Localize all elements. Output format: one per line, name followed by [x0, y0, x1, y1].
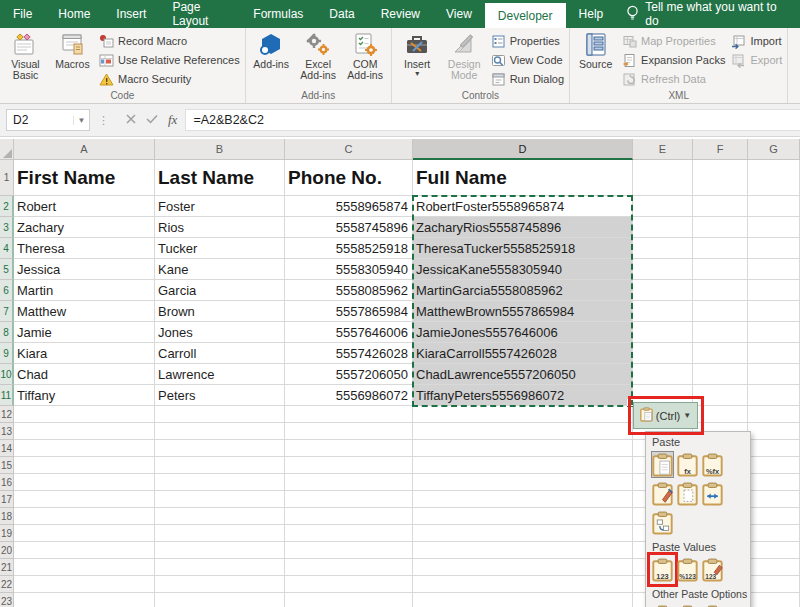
cell-F2[interactable]	[693, 196, 748, 217]
cell-A11[interactable]: Tiffany	[14, 385, 155, 406]
cell-C4[interactable]: 5558525918	[285, 238, 413, 259]
cell-C12[interactable]	[285, 406, 413, 423]
com-add-ins-button[interactable]: COM Add-ins	[342, 29, 389, 89]
paste-formulas-icon[interactable]: fx	[676, 451, 699, 478]
row-header-11[interactable]: 11	[0, 385, 14, 406]
cell-A14[interactable]	[14, 440, 155, 457]
cell-D5[interactable]: JessicaKane5558305940	[413, 259, 633, 280]
cell-B16[interactable]	[155, 474, 285, 491]
cell-G16[interactable]	[748, 474, 800, 491]
cell-C2[interactable]: 5558965874	[285, 196, 413, 217]
cell-C16[interactable]	[285, 474, 413, 491]
cell-A13[interactable]	[14, 423, 155, 440]
row-header-8[interactable]: 8	[0, 322, 14, 343]
tab-home[interactable]: Home	[45, 0, 103, 28]
add-ins-button[interactable]: Add-ins	[248, 29, 295, 89]
cell-B8[interactable]: Jones	[155, 322, 285, 343]
cell-D23[interactable]	[413, 593, 633, 607]
cell-B23[interactable]	[155, 593, 285, 607]
cell-C20[interactable]	[285, 542, 413, 559]
cell-C5[interactable]: 5558305940	[285, 259, 413, 280]
cell-B11[interactable]: Peters	[155, 385, 285, 406]
cell-B15[interactable]	[155, 457, 285, 474]
cell-A20[interactable]	[14, 542, 155, 559]
view-code-button[interactable]: View Code	[488, 52, 567, 68]
cell-B22[interactable]	[155, 576, 285, 593]
cell-A21[interactable]	[14, 559, 155, 576]
cell-E5[interactable]	[633, 259, 693, 280]
cell-B6[interactable]: Garcia	[155, 280, 285, 301]
cell-D19[interactable]	[413, 525, 633, 542]
row-header-23[interactable]: 23	[0, 593, 14, 607]
cell-C1[interactable]: Phone No.	[285, 160, 413, 196]
cell-E2[interactable]	[633, 196, 693, 217]
cell-D22[interactable]	[413, 576, 633, 593]
cell-C3[interactable]: 5558745896	[285, 217, 413, 238]
cell-B2[interactable]: Foster	[155, 196, 285, 217]
insert-function-icon[interactable]: fx	[168, 112, 177, 128]
paste-keep-source-formatting-icon[interactable]	[651, 480, 674, 507]
cell-B1[interactable]: Last Name	[155, 160, 285, 196]
cell-D7[interactable]: MatthewBrown5557865984	[413, 301, 633, 322]
cell-D3[interactable]: ZacharyRios5558745896	[413, 217, 633, 238]
cell-B9[interactable]: Carroll	[155, 343, 285, 364]
cell-A17[interactable]	[14, 491, 155, 508]
name-box[interactable]: D2 ▼	[6, 109, 90, 131]
column-header-d[interactable]: D	[413, 139, 633, 160]
cell-B19[interactable]	[155, 525, 285, 542]
cell-D15[interactable]	[413, 457, 633, 474]
paste-no-borders-icon[interactable]	[676, 480, 699, 507]
row-header-7[interactable]: 7	[0, 301, 14, 322]
cell-B4[interactable]: Tucker	[155, 238, 285, 259]
row-header-19[interactable]: 19	[0, 525, 14, 542]
import-button[interactable]: Import	[728, 33, 785, 49]
excel-add-ins-button[interactable]: Excel Add-ins	[295, 29, 342, 89]
cell-F1[interactable]	[693, 160, 748, 196]
tab-developer[interactable]: Developer	[485, 3, 566, 28]
cell-D8[interactable]: JamieJones5557646006	[413, 322, 633, 343]
cell-C10[interactable]: 5557206050	[285, 364, 413, 385]
cell-G10[interactable]	[748, 364, 800, 385]
cell-F11[interactable]	[693, 385, 748, 406]
cell-B13[interactable]	[155, 423, 285, 440]
cell-G23[interactable]	[748, 593, 800, 607]
cell-C21[interactable]	[285, 559, 413, 576]
cell-B14[interactable]	[155, 440, 285, 457]
cell-E10[interactable]	[633, 364, 693, 385]
cell-E8[interactable]	[633, 322, 693, 343]
row-header-14[interactable]: 14	[0, 440, 14, 457]
cell-A16[interactable]	[14, 474, 155, 491]
cell-A4[interactable]: Theresa	[14, 238, 155, 259]
column-header-b[interactable]: B	[155, 139, 285, 160]
cell-C18[interactable]	[285, 508, 413, 525]
cell-E4[interactable]	[633, 238, 693, 259]
cell-B18[interactable]	[155, 508, 285, 525]
cell-G9[interactable]	[748, 343, 800, 364]
cell-G3[interactable]	[748, 217, 800, 238]
row-header-1[interactable]: 1	[0, 160, 14, 196]
record-macro-button[interactable]: Record Macro	[96, 33, 243, 49]
row-header-17[interactable]: 17	[0, 491, 14, 508]
cell-G7[interactable]	[748, 301, 800, 322]
cell-D2[interactable]: RobertFoster5558965874	[413, 196, 633, 217]
row-header-22[interactable]: 22	[0, 576, 14, 593]
cell-D14[interactable]	[413, 440, 633, 457]
cell-A1[interactable]: First Name	[14, 160, 155, 196]
tell-me-box[interactable]: Tell me what you want to do	[616, 0, 800, 28]
tab-view[interactable]: View	[433, 0, 485, 28]
cell-G17[interactable]	[748, 491, 800, 508]
cell-C14[interactable]	[285, 440, 413, 457]
cell-A3[interactable]: Zachary	[14, 217, 155, 238]
cell-C22[interactable]	[285, 576, 413, 593]
cell-C8[interactable]: 5557646006	[285, 322, 413, 343]
source-button[interactable]: Source	[572, 29, 619, 89]
cell-B5[interactable]: Kane	[155, 259, 285, 280]
cell-F7[interactable]	[693, 301, 748, 322]
cell-B21[interactable]	[155, 559, 285, 576]
enter-icon[interactable]	[146, 113, 158, 127]
cell-C7[interactable]: 5557865984	[285, 301, 413, 322]
cell-D17[interactable]	[413, 491, 633, 508]
cell-G14[interactable]	[748, 440, 800, 457]
cell-A7[interactable]: Matthew	[14, 301, 155, 322]
cell-E3[interactable]	[633, 217, 693, 238]
